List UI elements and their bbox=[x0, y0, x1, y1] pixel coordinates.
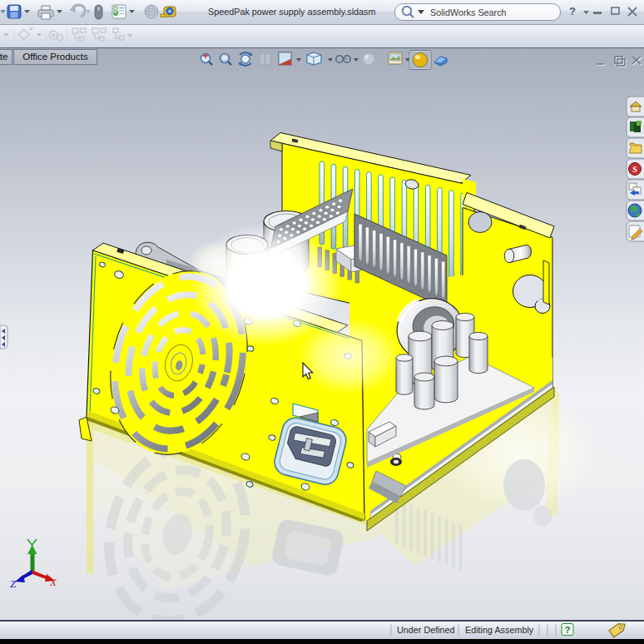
svg-text:X: X bbox=[49, 576, 57, 588]
svg-text:S: S bbox=[632, 165, 637, 174]
svg-text:Z: Z bbox=[10, 577, 17, 590]
svg-text:?: ? bbox=[565, 625, 571, 635]
